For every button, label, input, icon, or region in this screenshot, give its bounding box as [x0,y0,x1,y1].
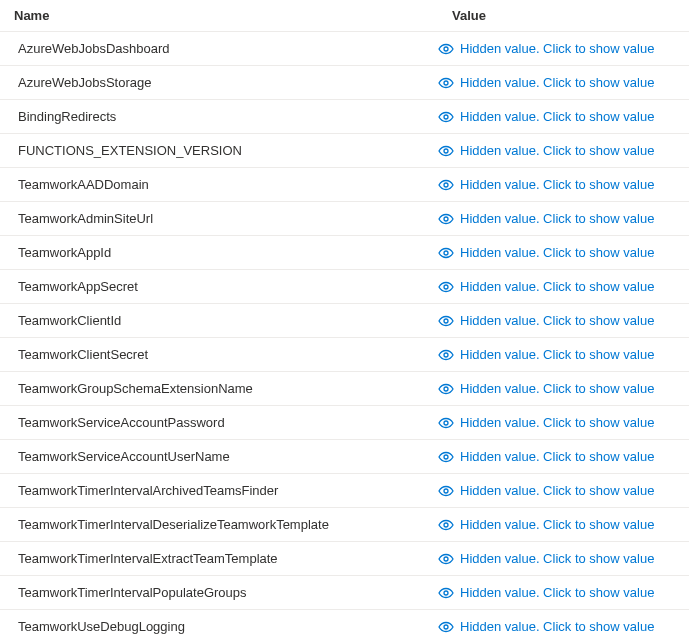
svg-point-3 [444,149,448,153]
table-row: AzureWebJobsDashboardHidden value. Click… [0,32,689,66]
setting-name: AzureWebJobsStorage [0,67,438,98]
eye-icon[interactable] [438,279,454,295]
eye-icon[interactable] [438,211,454,227]
eye-icon[interactable] [438,41,454,57]
table-row: TeamworkTimerIntervalDeserializeTeamwork… [0,508,689,542]
setting-name: TeamworkClientSecret [0,339,438,370]
setting-name: BindingRedirects [0,101,438,132]
table-row: TeamworkServiceAccountUserNameHidden val… [0,440,689,474]
eye-icon[interactable] [438,109,454,125]
svg-point-17 [444,625,448,629]
table-header: Name Value [0,0,689,32]
show-value-link[interactable]: Hidden value. Click to show value [460,75,654,90]
table-row: TeamworkServiceAccountPasswordHidden val… [0,406,689,440]
eye-icon[interactable] [438,381,454,397]
show-value-link[interactable]: Hidden value. Click to show value [460,245,654,260]
table-row: TeamworkClientIdHidden value. Click to s… [0,304,689,338]
setting-value: Hidden value. Click to show value [438,509,689,541]
setting-name: TeamworkServiceAccountUserName [0,441,438,472]
eye-icon[interactable] [438,551,454,567]
eye-icon[interactable] [438,75,454,91]
svg-point-6 [444,251,448,255]
setting-value: Hidden value. Click to show value [438,305,689,337]
eye-icon[interactable] [438,347,454,363]
svg-point-8 [444,319,448,323]
setting-value: Hidden value. Click to show value [438,271,689,303]
table-row: TeamworkAppSecretHidden value. Click to … [0,270,689,304]
show-value-link[interactable]: Hidden value. Click to show value [460,177,654,192]
table-body: AzureWebJobsDashboardHidden value. Click… [0,32,689,637]
column-header-value: Value [438,0,689,31]
table-row: AzureWebJobsStorageHidden value. Click t… [0,66,689,100]
setting-value: Hidden value. Click to show value [438,169,689,201]
eye-icon[interactable] [438,143,454,159]
svg-point-9 [444,353,448,357]
eye-icon[interactable] [438,483,454,499]
svg-point-4 [444,183,448,187]
table-row: TeamworkTimerIntervalPopulateGroupsHidde… [0,576,689,610]
svg-point-10 [444,387,448,391]
show-value-link[interactable]: Hidden value. Click to show value [460,449,654,464]
setting-value: Hidden value. Click to show value [438,237,689,269]
eye-icon[interactable] [438,449,454,465]
table-row: TeamworkTimerIntervalExtractTeamTemplate… [0,542,689,576]
show-value-link[interactable]: Hidden value. Click to show value [460,517,654,532]
settings-table: Name Value AzureWebJobsDashboardHidden v… [0,0,689,637]
table-row: TeamworkGroupSchemaExtensionNameHidden v… [0,372,689,406]
show-value-link[interactable]: Hidden value. Click to show value [460,279,654,294]
column-header-name: Name [0,0,438,31]
show-value-link[interactable]: Hidden value. Click to show value [460,313,654,328]
eye-icon[interactable] [438,415,454,431]
eye-icon[interactable] [438,585,454,601]
table-row: BindingRedirectsHidden value. Click to s… [0,100,689,134]
setting-value: Hidden value. Click to show value [438,407,689,439]
table-row: TeamworkAppIdHidden value. Click to show… [0,236,689,270]
svg-point-7 [444,285,448,289]
eye-icon[interactable] [438,177,454,193]
show-value-link[interactable]: Hidden value. Click to show value [460,347,654,362]
table-row: TeamworkAdminSiteUrlHidden value. Click … [0,202,689,236]
setting-name: TeamworkAADDomain [0,169,438,200]
setting-name: TeamworkServiceAccountPassword [0,407,438,438]
setting-value: Hidden value. Click to show value [438,577,689,609]
show-value-link[interactable]: Hidden value. Click to show value [460,551,654,566]
setting-name: TeamworkTimerIntervalDeserializeTeamwork… [0,509,438,540]
setting-value: Hidden value. Click to show value [438,611,689,638]
setting-value: Hidden value. Click to show value [438,135,689,167]
show-value-link[interactable]: Hidden value. Click to show value [460,415,654,430]
show-value-link[interactable]: Hidden value. Click to show value [460,619,654,634]
setting-name: TeamworkTimerIntervalArchivedTeamsFinder [0,475,438,506]
table-row: TeamworkAADDomainHidden value. Click to … [0,168,689,202]
setting-name: TeamworkTimerIntervalPopulateGroups [0,577,438,608]
setting-name: TeamworkClientId [0,305,438,336]
svg-point-5 [444,217,448,221]
svg-point-14 [444,523,448,527]
show-value-link[interactable]: Hidden value. Click to show value [460,211,654,226]
setting-name: TeamworkAppId [0,237,438,268]
svg-point-11 [444,421,448,425]
show-value-link[interactable]: Hidden value. Click to show value [460,585,654,600]
table-row: FUNCTIONS_EXTENSION_VERSIONHidden value.… [0,134,689,168]
eye-icon[interactable] [438,517,454,533]
setting-value: Hidden value. Click to show value [438,543,689,575]
show-value-link[interactable]: Hidden value. Click to show value [460,143,654,158]
setting-value: Hidden value. Click to show value [438,33,689,65]
setting-value: Hidden value. Click to show value [438,101,689,133]
show-value-link[interactable]: Hidden value. Click to show value [460,41,654,56]
svg-point-2 [444,115,448,119]
table-row: TeamworkUseDebugLoggingHidden value. Cli… [0,610,689,637]
show-value-link[interactable]: Hidden value. Click to show value [460,483,654,498]
setting-value: Hidden value. Click to show value [438,475,689,507]
eye-icon[interactable] [438,313,454,329]
show-value-link[interactable]: Hidden value. Click to show value [460,109,654,124]
table-row: TeamworkTimerIntervalArchivedTeamsFinder… [0,474,689,508]
table-row: TeamworkClientSecretHidden value. Click … [0,338,689,372]
setting-name: TeamworkAdminSiteUrl [0,203,438,234]
show-value-link[interactable]: Hidden value. Click to show value [460,381,654,396]
setting-value: Hidden value. Click to show value [438,441,689,473]
setting-name: FUNCTIONS_EXTENSION_VERSION [0,135,438,166]
eye-icon[interactable] [438,245,454,261]
eye-icon[interactable] [438,619,454,635]
setting-value: Hidden value. Click to show value [438,203,689,235]
setting-value: Hidden value. Click to show value [438,67,689,99]
